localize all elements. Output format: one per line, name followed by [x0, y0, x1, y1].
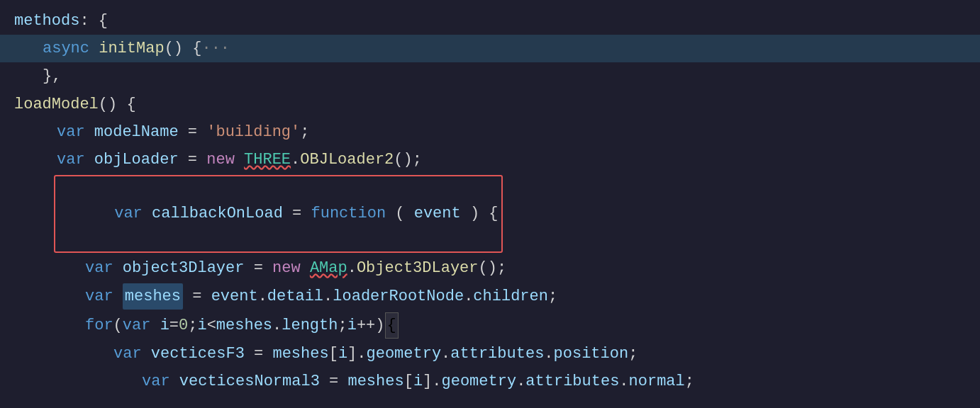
kw-var2: var [57, 147, 94, 172]
code-line-initmap: async initMap() {··· [0, 35, 980, 62]
kw-var1: var [57, 120, 94, 144]
code-line-objloader: var objLoader = new THREE.OBJLoader2(); [0, 146, 980, 174]
code-editor: methods: { async initMap() {··· }, loadM… [0, 0, 980, 408]
code-line-object3d: var object3Dlayer = new AMap.Object3DLay… [0, 254, 980, 282]
keyword-async: async [43, 36, 99, 61]
kw-var7: var [142, 369, 179, 394]
code-line-vecticesf3: var vecticesF3 = meshes[i].geometry.attr… [0, 340, 980, 368]
code-line-modelname: var modelName = 'building'; [0, 118, 980, 146]
kw-var3: var [114, 205, 152, 222]
kw-var6: var [113, 341, 151, 366]
kw-for: for [85, 313, 113, 338]
code-line-methods: methods: { [0, 7, 980, 35]
func-loadmodel: loadModel [14, 92, 99, 117]
code-line-meshes: var meshes = event.detail.loaderRootNode… [0, 282, 980, 311]
kw-var4: var [85, 256, 123, 280]
red-box-highlight: var callbackOnLoad = function ( event ) … [54, 175, 503, 253]
code-line-loadmodel: loadModel() { [0, 91, 980, 118]
func-initmap: initMap [99, 36, 164, 61]
code-line-for: for(var i=0;i<meshes.length;i++){ [0, 311, 980, 340]
code-text: methods [14, 8, 79, 33]
code-line-vecticesnormal: var vecticesNormal3 = meshes[i].geometry… [0, 368, 980, 395]
kw-var5: var [85, 284, 123, 309]
code-line-closebrace: }, [0, 62, 980, 90]
code-text: }, [43, 64, 61, 89]
code-line-callback: var callbackOnLoad = function ( event ) … [0, 174, 980, 254]
